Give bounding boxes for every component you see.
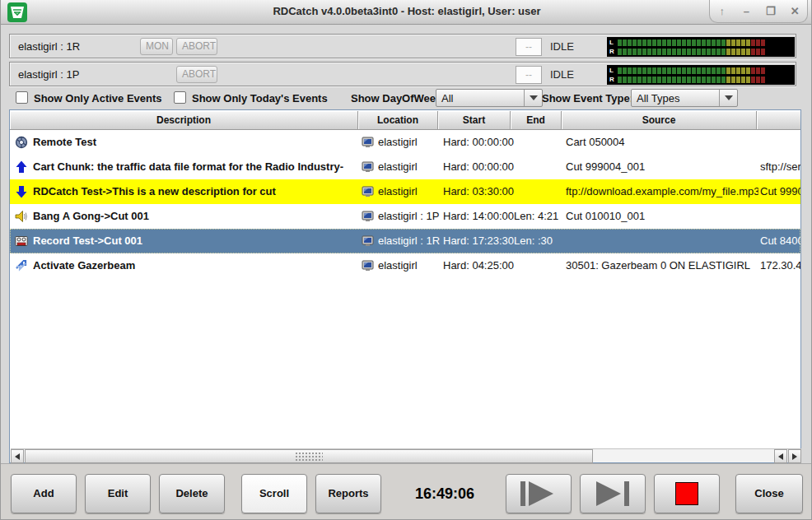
event-location: elastigirl bbox=[378, 130, 446, 155]
event-source: Cart 050004 bbox=[566, 130, 758, 155]
scroll-right-button[interactable] bbox=[788, 449, 801, 463]
window-title: RDCatch v4.0.0beta3int0 - Host: elastigi… bbox=[1, 5, 812, 17]
event-location: elastigirl bbox=[378, 179, 446, 204]
add-button[interactable]: Add bbox=[11, 474, 77, 513]
table-row-selected[interactable]: Record Test->Cut 001 elastigirl : 1R Har… bbox=[10, 229, 800, 253]
table-row[interactable]: RDCatch Test->This is a new description … bbox=[10, 179, 800, 204]
event-location: elastigirl : 1R bbox=[378, 229, 446, 253]
deck-status: IDLE bbox=[550, 68, 574, 81]
minimize-button[interactable]: – bbox=[737, 3, 755, 20]
shade-button[interactable]: ↑ bbox=[713, 3, 731, 20]
event-description: Activate Gazerbeam bbox=[33, 253, 356, 278]
table-row[interactable]: Bang A Gong->Cut 001 elastigirl : 1P Har… bbox=[10, 204, 800, 229]
window-controls: ↑ – ❐ ✕ bbox=[709, 0, 808, 23]
arrow-left-icon bbox=[778, 453, 783, 460]
filter-bar: Show Only Active Events Show Only Today'… bbox=[1, 89, 812, 110]
event-type-label: Show Event Type: bbox=[542, 92, 633, 104]
clock-display: 16:49:06 bbox=[406, 485, 483, 503]
deck-name: elastigirl : 1P bbox=[18, 68, 79, 81]
table-row[interactable]: Remote Test elastigirl Hard: 00:00:00 Ca… bbox=[10, 130, 800, 155]
table-row[interactable]: Activate Gazerbeam elastigirl Hard: 04:2… bbox=[10, 253, 800, 278]
show-only-today-label: Show Only Today's Events bbox=[192, 92, 328, 104]
close-window-button[interactable]: ✕ bbox=[786, 3, 804, 20]
play-deck-panel: elastigirl : 1P ABORT -- IDLE L R bbox=[9, 62, 796, 86]
audio-level-meter: L R bbox=[607, 37, 795, 57]
column-header-start[interactable]: Start bbox=[438, 111, 511, 130]
record-icon bbox=[15, 234, 28, 248]
event-description: Remote Test bbox=[33, 130, 356, 155]
column-header-end[interactable]: End bbox=[511, 111, 562, 130]
event-end bbox=[514, 253, 568, 278]
day-of-week-select[interactable]: All bbox=[436, 89, 543, 107]
horizontal-scrollbar[interactable] bbox=[11, 448, 801, 462]
column-header-source[interactable]: Source bbox=[562, 111, 757, 130]
reports-button[interactable]: Reports bbox=[315, 474, 381, 513]
event-source: Cut 999004_001 bbox=[566, 155, 758, 179]
play-next-button[interactable] bbox=[580, 474, 646, 513]
abort-button[interactable]: ABORT bbox=[176, 66, 217, 83]
event-destination: Cut 99900 bbox=[760, 179, 800, 204]
macro-cart-icon bbox=[15, 136, 28, 149]
show-only-today-checkbox[interactable] bbox=[174, 91, 186, 104]
close-button[interactable]: Close bbox=[735, 474, 803, 513]
event-source: 30501: Gazerbeam 0 ON ELASTIGIRL bbox=[566, 253, 758, 278]
scroll-button[interactable]: Scroll bbox=[241, 474, 307, 513]
switch-icon bbox=[15, 259, 28, 272]
record-square-icon bbox=[675, 482, 698, 505]
table-row[interactable]: Cart Chunk: the traffic data file format… bbox=[10, 155, 800, 179]
show-only-active-checkbox[interactable] bbox=[16, 91, 28, 104]
scroll-left-button[interactable] bbox=[774, 449, 787, 463]
play-icon bbox=[15, 210, 28, 223]
table-body: Remote Test elastigirl Hard: 00:00:00 Ca… bbox=[10, 130, 800, 278]
abort-button[interactable]: ABORT bbox=[176, 38, 217, 55]
rdcatch-window: RDCatch v4.0.0beta3int0 - Host: elastigi… bbox=[0, 0, 812, 520]
meter-right-label: R bbox=[609, 48, 616, 55]
event-location: elastigirl bbox=[378, 253, 446, 278]
monitor-icon bbox=[362, 161, 374, 173]
monitor-button[interactable]: MON bbox=[140, 38, 173, 55]
table-header: Description Location Start End Source bbox=[10, 111, 800, 130]
deck-event-indicator: -- bbox=[516, 38, 542, 56]
event-table: Description Location Start End Source Re… bbox=[9, 109, 801, 463]
event-end: Len: :30 bbox=[514, 229, 568, 253]
event-type-select[interactable]: All Types bbox=[631, 89, 738, 107]
column-header-destination[interactable] bbox=[757, 111, 800, 130]
deck-name: elastigirl : 1R bbox=[18, 40, 80, 53]
column-header-location[interactable]: Location bbox=[358, 111, 438, 130]
event-end bbox=[514, 130, 568, 155]
day-of-week-label: Show DayOfWeek: bbox=[351, 92, 446, 104]
play-next-icon bbox=[590, 480, 636, 508]
record-deck-panel: elastigirl : 1R MON ABORT -- IDLE L R bbox=[9, 34, 796, 58]
event-description: Record Test->Cut 001 bbox=[33, 229, 356, 253]
meter-right-label: R bbox=[609, 76, 616, 83]
chevron-down-icon bbox=[719, 90, 737, 106]
event-description: Bang A Gong->Cut 001 bbox=[33, 204, 356, 229]
column-header-description[interactable]: Description bbox=[10, 111, 358, 130]
event-type-value: All Types bbox=[637, 92, 680, 104]
event-destination bbox=[760, 130, 800, 155]
event-destination bbox=[760, 204, 800, 229]
meter-left-label: L bbox=[609, 67, 616, 74]
monitor-icon bbox=[362, 235, 374, 247]
event-start: Hard: 04:25:00 bbox=[443, 253, 517, 278]
event-destination: sftp://serv bbox=[760, 155, 800, 179]
scrollbar-grip bbox=[295, 452, 323, 461]
play-start-button[interactable] bbox=[506, 474, 572, 513]
record-stop-button[interactable] bbox=[654, 474, 720, 513]
event-end bbox=[514, 155, 568, 179]
chevron-down-icon bbox=[524, 90, 542, 106]
arrow-left-icon bbox=[15, 453, 20, 460]
delete-button[interactable]: Delete bbox=[159, 474, 225, 513]
event-source: Cut 010010_001 bbox=[566, 204, 758, 229]
scroll-left-button[interactable] bbox=[11, 449, 24, 463]
monitor-icon bbox=[362, 186, 374, 197]
maximize-button[interactable]: ❐ bbox=[762, 3, 780, 20]
scrollbar-thumb[interactable] bbox=[25, 449, 593, 463]
edit-button[interactable]: Edit bbox=[85, 474, 151, 513]
event-source: ftp://download.example.com/my_file.mp3 bbox=[566, 179, 758, 204]
bottom-toolbar: Add Edit Delete Scroll Reports 16:49:06 bbox=[1, 463, 812, 520]
arrow-right-icon bbox=[792, 453, 797, 460]
event-start: Hard: 00:00:00 bbox=[443, 155, 517, 179]
event-description: Cart Chunk: the traffic data file format… bbox=[33, 155, 356, 179]
day-of-week-value: All bbox=[441, 92, 453, 104]
